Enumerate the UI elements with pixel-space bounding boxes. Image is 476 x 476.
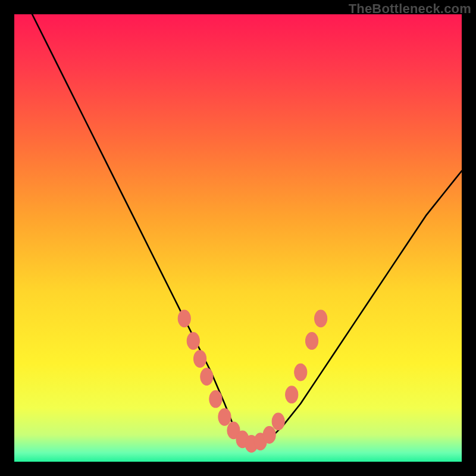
curve-marker: [201, 368, 213, 386]
chart-svg: [14, 14, 462, 462]
curve-marker: [218, 409, 231, 426]
curve-marker: [306, 333, 318, 350]
curve-marker: [263, 427, 275, 444]
curve-marker: [315, 310, 327, 327]
curve-marker: [194, 350, 206, 368]
curve-marker: [209, 390, 222, 408]
bottleneck-curve: [14, 14, 462, 444]
curve-marker: [272, 413, 284, 430]
curve-markers: [178, 310, 327, 452]
curve-marker: [178, 310, 190, 327]
curve-marker: [295, 364, 307, 381]
plot-area: [14, 14, 462, 462]
chart-frame: TheBottleneck.com: [0, 0, 476, 476]
curve-marker: [286, 386, 298, 403]
curve-marker: [187, 333, 199, 350]
watermark-text: TheBottleneck.com: [349, 1, 471, 17]
